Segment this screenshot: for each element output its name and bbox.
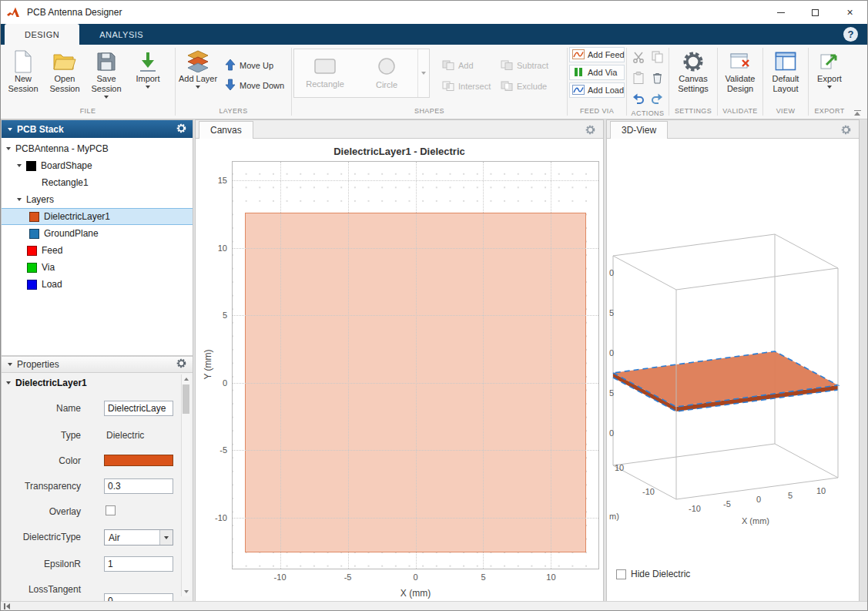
close-button[interactable]: ×	[833, 1, 867, 24]
svg-text:0: 0	[609, 348, 614, 358]
layer-color-swatch	[29, 229, 39, 239]
layout-window-icon	[775, 49, 796, 74]
rectangle-shape-button[interactable]: Rectangle	[294, 49, 356, 97]
app-logo-icon	[7, 6, 21, 18]
open-session-button[interactable]: Open Session	[44, 45, 85, 106]
panel-gear-icon[interactable]	[176, 123, 186, 136]
gallery-dropdown-button[interactable]	[417, 49, 429, 97]
gear-icon	[682, 49, 704, 74]
ribbon-section-validate: Validate Design VALIDATE	[718, 45, 762, 119]
color-swatch-button[interactable]	[104, 455, 173, 466]
boolean-intersect-button[interactable]: Intersect	[439, 78, 496, 95]
property-row-color: Color	[2, 452, 193, 472]
validate-design-button[interactable]: Validate Design	[719, 45, 761, 106]
import-button[interactable]: Import	[127, 45, 169, 106]
name-input[interactable]	[104, 401, 173, 416]
panel-gear-icon[interactable]	[176, 358, 186, 371]
window-title: PCB Antenna Designer	[27, 7, 122, 18]
save-session-button[interactable]: Save Session	[85, 45, 127, 106]
svg-text:0: 0	[756, 495, 761, 504]
new-document-icon	[14, 49, 32, 74]
circle-shape-button[interactable]: Circle	[356, 49, 417, 97]
tab-analysis[interactable]: ANALYSIS	[79, 24, 163, 45]
minimize-button[interactable]	[763, 1, 798, 24]
cut-button[interactable]	[629, 49, 647, 68]
trash-icon	[652, 72, 662, 87]
dielectric-type-dropdown[interactable]: Air	[104, 529, 173, 546]
ribbon-section-layers: Add Layer Move Up Move Down	[176, 45, 291, 119]
tab-design[interactable]: DESIGN	[5, 24, 79, 45]
caret-down-icon	[17, 164, 22, 167]
dielectric-plate-top	[613, 351, 838, 407]
gridline-horizontal	[233, 518, 598, 519]
y-tick-label: 0	[223, 378, 227, 388]
hide-dielectric-checkbox[interactable]	[616, 569, 626, 579]
caret-down-icon	[6, 381, 11, 384]
caret-down-icon	[17, 198, 22, 201]
delete-button[interactable]	[648, 69, 666, 89]
3d-scene: -10 -5 0 5 10 X (mm) 0 5 0 5 0 10 -10 m)	[607, 139, 860, 570]
add-load-button[interactable]: Add Load	[569, 82, 625, 98]
tab-options-gear-icon[interactable]	[841, 124, 851, 138]
tree-item-boardshape[interactable]: BoardShape	[2, 157, 193, 174]
tree-item-dielectriclayer1[interactable]: DielectricLayer1	[2, 208, 193, 225]
export-button[interactable]: Export	[810, 45, 849, 106]
y-axis-label: Y (mm)	[203, 341, 213, 388]
paste-button[interactable]	[629, 69, 647, 89]
canvas-settings-button[interactable]: Canvas Settings	[671, 45, 716, 106]
properties-header[interactable]: Properties	[2, 356, 193, 373]
collapse-ribbon-button[interactable]	[852, 110, 863, 116]
property-row-overlay: Overlay	[2, 503, 193, 523]
tree-item-pcbantenna[interactable]: PCBAntenna - MyPCB	[2, 140, 193, 157]
scroll-down-icon[interactable]	[184, 590, 189, 593]
add-feed-button[interactable]: Add Feed	[569, 47, 625, 62]
new-session-button[interactable]: New Session	[2, 45, 44, 106]
undo-button[interactable]	[629, 90, 647, 109]
gridline-horizontal	[233, 450, 598, 451]
maximize-button[interactable]	[798, 1, 833, 24]
collapse-panel-button[interactable]	[4, 603, 10, 609]
default-layout-button[interactable]: Default Layout	[765, 45, 806, 106]
plot-3d[interactable]: -10 -5 0 5 10 X (mm) 0 5 0 5 0 10 -10 m)	[607, 139, 859, 602]
y-tick-label: -10	[215, 513, 227, 522]
move-up-button[interactable]: Move Up	[222, 57, 287, 74]
chevron-left-icon	[6, 603, 10, 609]
boolean-add-button[interactable]: Add	[439, 57, 496, 74]
tab-3d-view[interactable]: 3D-View	[610, 121, 668, 139]
add-layer-button[interactable]: Add Layer	[177, 45, 219, 106]
rectangle-icon	[313, 58, 337, 76]
svg-text:10: 10	[615, 463, 624, 472]
redo-button[interactable]	[648, 90, 666, 109]
tree-item-feed[interactable]: Feed	[2, 242, 193, 259]
tree-item-layers[interactable]: Layers	[2, 191, 193, 208]
transparency-input[interactable]	[104, 478, 173, 494]
overlay-checkbox[interactable]	[106, 505, 116, 515]
tree-item-via[interactable]: Via	[2, 259, 193, 276]
tree-item-groundplane[interactable]: GroundPlane	[2, 225, 193, 242]
tab-canvas[interactable]: Canvas	[199, 121, 253, 139]
tree-item-load[interactable]: Load	[2, 276, 193, 293]
layer-color-swatch	[27, 246, 37, 256]
boolean-exclude-button[interactable]: Exclude	[498, 78, 559, 95]
add-via-button[interactable]: Add Via	[569, 65, 625, 80]
minimize-icon	[777, 12, 785, 13]
canvas-plot[interactable]: DielectricLayer1 - Dielectric -10-505101…	[196, 139, 603, 602]
move-down-button[interactable]: Move Down	[222, 77, 287, 94]
scrollbar-thumb[interactable]	[183, 384, 189, 414]
ribbon-tabstrip: DESIGN ANALYSIS ?	[1, 24, 867, 45]
help-button[interactable]: ?	[843, 27, 858, 42]
layer-stack-icon	[186, 49, 209, 74]
properties-section-title[interactable]: DielectricLayer1	[2, 374, 193, 391]
epsilonr-input[interactable]	[104, 556, 173, 572]
caret-down-icon	[8, 363, 12, 366]
union-shapes-icon	[442, 60, 454, 72]
tab-options-gear-icon[interactable]	[585, 124, 595, 138]
boolean-subtract-button[interactable]: Subtract	[498, 57, 559, 74]
properties-scrollbar[interactable]	[181, 374, 190, 596]
plot-axes[interactable]: -10-50510151050-5-10	[232, 161, 599, 569]
pcb-stack-header[interactable]: PCB Stack	[2, 120, 193, 138]
copy-button[interactable]	[648, 49, 666, 68]
property-row-type: Type Dielectric	[2, 427, 193, 447]
tree-item-rectangle1[interactable]: Rectangle1	[2, 174, 193, 191]
scroll-up-icon[interactable]	[184, 378, 189, 381]
